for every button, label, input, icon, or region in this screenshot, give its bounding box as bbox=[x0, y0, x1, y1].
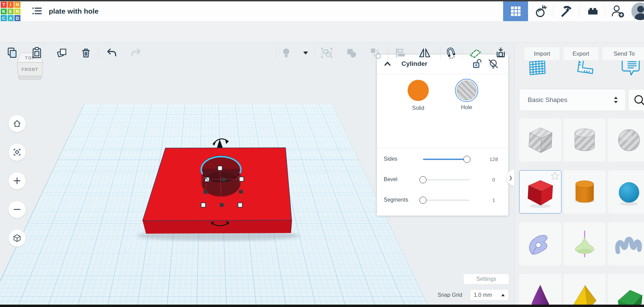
send-to-label: Send To bbox=[614, 50, 635, 57]
invite-button[interactable] bbox=[605, 1, 630, 21]
header-bar: TINKERCAD plate with hole bbox=[0, 0, 644, 21]
apps-grid-icon bbox=[510, 5, 522, 17]
hole-swatch bbox=[457, 81, 477, 100]
light-button[interactable] bbox=[279, 45, 294, 60]
search-button[interactable] bbox=[628, 89, 644, 111]
sides-slider-row: Sides 128 bbox=[377, 154, 508, 165]
minecraft-export-button[interactable] bbox=[554, 1, 579, 21]
delete-icon bbox=[80, 47, 92, 59]
header-separator bbox=[605, 5, 605, 17]
import-label: Import bbox=[534, 50, 550, 57]
logo-cell: I bbox=[8, 2, 14, 8]
home-view-button[interactable] bbox=[8, 115, 26, 132]
shape-category-select[interactable]: Basic Shapes bbox=[519, 89, 626, 111]
bevel-label: Bevel bbox=[384, 176, 397, 182]
slider-handle[interactable] bbox=[420, 176, 427, 184]
zoom-in-button[interactable] bbox=[8, 172, 26, 190]
zoom-in-icon bbox=[13, 176, 21, 185]
settings-button[interactable]: Settings bbox=[463, 274, 509, 284]
export-button[interactable]: Export bbox=[563, 47, 599, 61]
bevel-value: 0 bbox=[484, 177, 503, 182]
shape-tile-sphere[interactable] bbox=[608, 170, 644, 214]
align-button[interactable] bbox=[393, 45, 408, 60]
slider-handle[interactable] bbox=[463, 156, 470, 163]
simlab-button[interactable] bbox=[528, 1, 554, 21]
mirror-button[interactable] bbox=[417, 45, 432, 60]
shape-tile-cone[interactable] bbox=[519, 274, 561, 307]
perspective-toggle-button[interactable] bbox=[8, 229, 26, 247]
divider bbox=[377, 74, 508, 74]
group-button[interactable] bbox=[344, 45, 359, 60]
ungroup-icon bbox=[369, 46, 382, 59]
hole-selected-ring bbox=[455, 79, 478, 102]
fit-view-icon bbox=[12, 147, 22, 157]
toolbar-separator bbox=[440, 46, 441, 59]
sides-slider[interactable] bbox=[423, 156, 470, 163]
shape-tile-box[interactable] bbox=[519, 170, 561, 214]
delete-button[interactable] bbox=[78, 45, 93, 60]
menu-list-icon bbox=[31, 5, 44, 17]
magnet-button[interactable] bbox=[443, 45, 458, 60]
shape-tile-pyramid[interactable] bbox=[564, 274, 606, 307]
zoom-out-icon bbox=[13, 205, 21, 214]
rotate-handle-top[interactable] bbox=[213, 139, 229, 148]
favorite-star-icon[interactable] bbox=[551, 172, 559, 180]
shape-tile-roof[interactable] bbox=[608, 274, 644, 307]
shape-tile-cylinder[interactable] bbox=[564, 170, 606, 214]
shape-gallery bbox=[519, 118, 644, 307]
apps-grid-button[interactable] bbox=[503, 1, 528, 21]
search-icon bbox=[632, 92, 644, 107]
shape-tile-squiggle[interactable] bbox=[608, 222, 644, 265]
undo-button[interactable] bbox=[104, 45, 119, 60]
toolbar-separator bbox=[388, 46, 389, 59]
design-menu-button[interactable] bbox=[30, 4, 44, 18]
segments-slider[interactable] bbox=[423, 196, 470, 204]
snap-grid-select[interactable]: 1.0 mm bbox=[470, 289, 509, 301]
tinkercad-logo[interactable]: TINKERCAD bbox=[1, 2, 20, 21]
select-caret-icon bbox=[613, 96, 618, 104]
duplicate-button[interactable] bbox=[55, 45, 70, 60]
toolbar-separator bbox=[98, 46, 98, 59]
shape-tile-spin-top[interactable] bbox=[564, 222, 606, 265]
align-icon bbox=[394, 46, 407, 59]
hole-label: Hole bbox=[451, 104, 482, 111]
logo-cell: D bbox=[14, 15, 20, 21]
bevel-slider[interactable] bbox=[423, 176, 470, 184]
shape-tile-sphere-hole[interactable] bbox=[608, 118, 644, 162]
redo-button[interactable] bbox=[129, 45, 144, 60]
import-button[interactable]: Import bbox=[524, 47, 560, 61]
shape-tile-box-hole[interactable] bbox=[519, 118, 561, 162]
ungroup-button[interactable] bbox=[368, 45, 383, 60]
shape-inspector-panel: Cylinder Solid Hole Sides bbox=[377, 55, 508, 216]
avatar-silhouette-icon bbox=[631, 2, 644, 20]
logo-cell: K bbox=[1, 9, 7, 15]
shape-tile-cylinder-hole[interactable] bbox=[564, 118, 606, 162]
snap-grid-label: Snap Grid bbox=[438, 292, 462, 298]
light-dropdown-button[interactable] bbox=[301, 45, 310, 60]
ruler-tool-button[interactable] bbox=[493, 45, 508, 60]
caret-up-icon bbox=[501, 294, 505, 296]
copy-button[interactable] bbox=[5, 45, 20, 60]
material-option-solid[interactable]: Solid bbox=[403, 80, 434, 111]
shape-tile-scribble[interactable] bbox=[519, 222, 561, 265]
zoom-out-button[interactable] bbox=[8, 201, 26, 218]
workplane-icon bbox=[468, 46, 482, 60]
design-title[interactable]: plate with hole bbox=[49, 0, 99, 21]
brick-icon bbox=[586, 5, 599, 18]
sides-value: 128 bbox=[484, 156, 503, 162]
collapse-panel-button[interactable] bbox=[383, 60, 392, 68]
avatar[interactable] bbox=[631, 2, 644, 20]
view-cube-front-label[interactable]: FRONT bbox=[22, 67, 39, 72]
group-icon bbox=[345, 46, 358, 59]
workplane-tool-button[interactable] bbox=[468, 45, 483, 60]
fit-view-button[interactable] bbox=[8, 143, 26, 161]
chevron-up-icon bbox=[383, 60, 392, 68]
slider-handle[interactable] bbox=[420, 197, 427, 204]
send-to-button[interactable]: Send To bbox=[602, 47, 644, 61]
material-option-hole[interactable]: Hole bbox=[451, 80, 482, 111]
bottom-edge-bar bbox=[0, 305, 644, 307]
undo-icon bbox=[105, 47, 118, 59]
select-group-button[interactable] bbox=[319, 45, 334, 60]
paste-button[interactable] bbox=[29, 45, 44, 60]
brick-export-button[interactable] bbox=[580, 1, 605, 21]
